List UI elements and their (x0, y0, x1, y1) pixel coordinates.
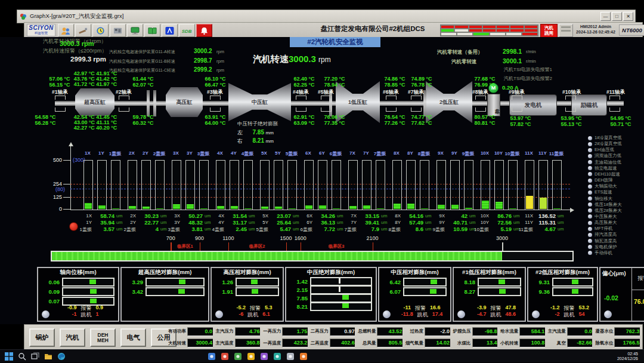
bearing-temps-top: 62.40 °C62.25 °C (292, 76, 317, 88)
alarm-bell-icon[interactable] (196, 24, 212, 37)
nt6000-logo: NT6000 (619, 24, 644, 36)
bar-category-label: 5X (261, 150, 267, 156)
trip-condition-item: 润滑油压力低 (588, 153, 643, 159)
app-icon-5[interactable] (258, 351, 271, 362)
trip-condition-item: 低压1#胀差大 (588, 202, 643, 208)
bar-category-label: 2X (129, 150, 135, 156)
app-icon-1[interactable] (205, 351, 218, 362)
bar-fill (275, 207, 282, 209)
gauge-bar (310, 285, 372, 294)
process-field: 凝器水位762.3mm (593, 327, 640, 337)
tools-icon[interactable] (75, 24, 91, 37)
trip-label: 跳机 (81, 311, 92, 319)
bearing-bracket-bottom (609, 107, 620, 112)
trip-low: -11.8 (401, 311, 413, 319)
condition-label: 2#冷凝真空低 (595, 141, 622, 147)
trip-condition-item: 2#冷凝真空低 (588, 141, 643, 147)
machine-icon[interactable] (110, 24, 126, 37)
bearing-bracket-bottom (296, 107, 306, 112)
value-row-value: 4 (137, 226, 159, 232)
nav-button-1[interactable]: 锅炉 (29, 328, 55, 347)
value-row-label: 11X (518, 213, 533, 219)
gauge-marker (342, 303, 349, 308)
value-row-value: 40.71 (446, 219, 467, 226)
trip-condition-item: EH油压低 (588, 147, 643, 153)
users-icon[interactable] (58, 24, 74, 37)
alarm-grid-cell (473, 32, 489, 36)
turbine-trip-indicator[interactable]: 汽机 跳闸 (540, 24, 558, 38)
bar-category-label: 4Y (231, 150, 237, 156)
g11-value: 2998.7 (194, 57, 212, 64)
taskbar-clock[interactable]: 02:45 2024/12/26 (617, 352, 638, 361)
critical-zone-label: 临界区1 (177, 244, 193, 250)
app-icon-2[interactable] (218, 351, 231, 362)
bar-fill (231, 206, 238, 209)
app-icon-7[interactable] (284, 351, 297, 362)
task-view-icon[interactable] (29, 351, 42, 362)
gauge-row: 2.15 (290, 286, 372, 293)
bar-outline (185, 160, 195, 210)
process-field: 大机转速3000.4rpm (166, 339, 213, 349)
gauge-row: 8.18 (457, 278, 521, 286)
condition-label: 排汽温度高 (595, 232, 617, 238)
aux-limit-80: (80) (55, 186, 65, 192)
turning-gear-box: 盘车 (487, 94, 500, 116)
monitor-icon[interactable] (127, 24, 143, 37)
bearing-bracket-bottom (565, 107, 576, 112)
edge-icon[interactable] (55, 351, 68, 362)
search-icon[interactable] (16, 351, 29, 362)
app-icon-8[interactable] (297, 351, 310, 362)
bar-outline (128, 160, 137, 210)
nav-button-2[interactable]: 汽机 (60, 328, 85, 347)
trip-condition-item: MFT停机 (588, 226, 643, 232)
value-row-label: 10X (473, 213, 489, 219)
speed-tick-label: 1500 (280, 235, 292, 241)
field-label: 真空 (546, 340, 566, 346)
process-field: 真空-82.66kPa (546, 339, 593, 349)
gauge-marker (179, 279, 185, 284)
eccentricity-panel: 偏心(μm)报警-0.0276.0 (599, 267, 644, 322)
gauge-row: 9.31 (532, 278, 593, 286)
bearing-bracket-bottom (411, 107, 422, 112)
field-label: 过热度 (404, 328, 423, 334)
value-row-label: 11盖振 (518, 226, 533, 233)
speed-unit: rpm (318, 56, 331, 64)
app-icon-4[interactable] (244, 351, 258, 362)
mode-indicator[interactable] (559, 24, 573, 37)
bar-outline (304, 160, 314, 210)
bar-fill (451, 205, 459, 209)
ja-logo-icon[interactable] (162, 24, 178, 37)
bar-outline (260, 160, 270, 210)
book-icon[interactable] (144, 24, 160, 37)
bar-fill (553, 208, 561, 209)
minimize-button[interactable]: — (600, 12, 611, 21)
start-icon[interactable] (2, 351, 16, 362)
close-button[interactable]: ✕ (623, 12, 633, 21)
nav-button-4[interactable]: 电气 (120, 328, 146, 347)
app-icon-6[interactable] (271, 351, 284, 362)
bar-category-label: 10X (481, 150, 489, 156)
alarm-grid-cell (522, 32, 538, 36)
nav-button-3[interactable]: DEHMEH (90, 328, 116, 347)
bar-fill (482, 201, 489, 209)
app-icon-3[interactable] (231, 351, 244, 362)
sdb-logo-icon[interactable]: SDB (179, 24, 195, 37)
alarm-status-grid (440, 24, 538, 36)
field-value: 100.8 (519, 339, 545, 347)
bar-fill (407, 204, 414, 209)
taskbar-left-icons (2, 351, 68, 362)
bar-outline (172, 160, 181, 210)
condition-status-icon (588, 190, 592, 195)
maximize-button[interactable]: □ (612, 12, 622, 21)
y-tick (63, 184, 70, 184)
gauge-bar (145, 287, 205, 296)
speed-alarm-2: 汽机转速报警（≤200rpm） (43, 47, 107, 55)
alarm-grid-cell (457, 32, 473, 36)
file-explorer-icon[interactable] (42, 351, 55, 362)
bar-fill (421, 208, 428, 209)
clock-icon[interactable] (92, 24, 109, 37)
panel-status-indicator (532, 310, 540, 318)
value-row-value: 34.26 (314, 213, 335, 219)
alarm-grid-row (441, 32, 538, 36)
bar-category-label: 1盖振 (109, 150, 121, 157)
